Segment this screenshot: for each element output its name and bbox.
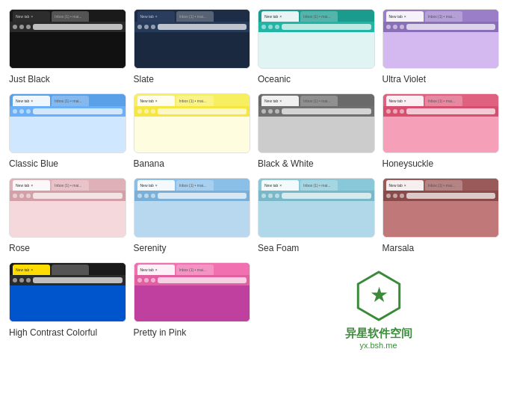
theme-label-serenity: Serenity [134, 243, 251, 253]
logo-text-en: yx.bsh.me [359, 341, 397, 350]
logo-text-cn: 异星软件空间 [345, 327, 412, 341]
theme-item-marsala[interactable]: New tab×Inbox (1) • mai...Marsala [382, 178, 500, 253]
theme-item-honeysuckle[interactable]: New tab×Inbox (1) • mai...Honeysuckle [382, 93, 500, 169]
theme-label-slate: Slate [134, 74, 251, 84]
theme-label-ultra-violet: Ultra Violet [382, 74, 500, 84]
theme-label-honeysuckle: Honeysuckle [382, 158, 500, 169]
theme-item-serenity[interactable]: New tab×Inbox (1) • mai...Serenity [134, 178, 251, 253]
svg-text:★: ★ [369, 283, 388, 306]
theme-item-pretty-in-pink[interactable]: New tab×Inbox (1) • mai...Pretty in Pink [134, 262, 251, 357]
theme-label-sea-foam: Sea Foam [258, 243, 375, 253]
theme-item-just-black[interactable]: New tab×Inbox (1) • mai...Just Black [9, 9, 126, 84]
theme-item-ultra-violet[interactable]: New tab×Inbox (1) • mai...Ultra Violet [382, 9, 500, 84]
theme-label-just-black: Just Black [9, 74, 126, 84]
theme-item-banana[interactable]: New tab×Inbox (1) • mai...Banana [134, 93, 251, 169]
theme-item-sea-foam[interactable]: New tab×Inbox (1) • mai...Sea Foam [258, 178, 375, 253]
theme-label-oceanic: Oceanic [258, 74, 375, 84]
theme-item-classic-blue[interactable]: New tab×Inbox (1) • mai...Classic Blue [9, 93, 126, 169]
theme-label-rose: Rose [9, 243, 126, 253]
theme-item-slate[interactable]: New tab×Inbox (1) • mai...Slate [134, 9, 251, 84]
theme-item-black-white[interactable]: New tab×Inbox (1) • mai...Black & White [258, 93, 375, 169]
theme-label-black-white: Black & White [258, 158, 375, 169]
logo-hexagon: ★ [353, 270, 405, 322]
theme-item-high-contrast-colorful[interactable]: New tab×Inbox (1) • mai...High Contrast … [9, 262, 126, 357]
theme-grid: New tab×Inbox (1) • mai...Just BlackNew … [9, 9, 499, 357]
theme-label-marsala: Marsala [382, 243, 500, 253]
theme-label-banana: Banana [134, 158, 251, 169]
theme-label-pretty-in-pink: Pretty in Pink [134, 327, 251, 338]
theme-item-rose[interactable]: New tab×Inbox (1) • mai...Rose [9, 178, 126, 253]
theme-label-high-contrast-colorful: High Contrast Colorful [9, 327, 126, 338]
logo-area: ★异星软件空间yx.bsh.me [258, 262, 499, 357]
theme-item-oceanic[interactable]: New tab×Inbox (1) • mai...Oceanic [258, 9, 375, 84]
theme-label-classic-blue: Classic Blue [9, 158, 126, 169]
